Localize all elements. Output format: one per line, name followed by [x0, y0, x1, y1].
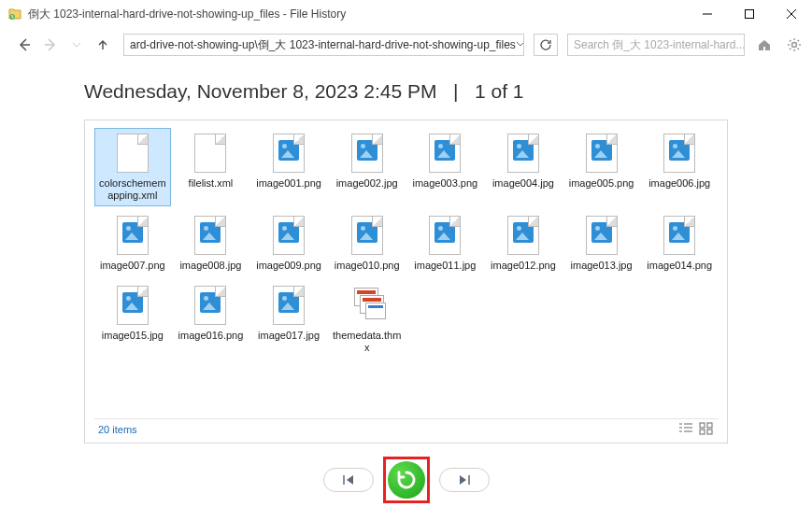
file-name: image003.png — [412, 177, 477, 190]
page-heading: Wednesday, November 8, 2023 2:45 PM | 1 … — [84, 80, 728, 103]
document-file-icon — [116, 133, 150, 174]
file-name: colorschememapping.xml — [97, 177, 168, 202]
status-footer: 20 items — [94, 418, 718, 439]
previous-version-button[interactable] — [323, 468, 374, 492]
next-version-button[interactable] — [439, 468, 490, 492]
file-name: image010.png — [335, 260, 400, 272]
refresh-button[interactable] — [534, 34, 558, 56]
maximize-button[interactable] — [728, 0, 770, 28]
restore-highlight — [383, 457, 430, 503]
file-item[interactable]: image005.png — [563, 128, 640, 206]
search-box[interactable]: Search 倒_大 1023-internal-hard... — [567, 34, 745, 56]
file-name: image016.png — [178, 330, 244, 342]
file-name: image014.png — [647, 260, 712, 272]
file-name: image004.jpg — [492, 177, 554, 190]
heading-separator: | — [453, 80, 458, 102]
image-file-icon — [350, 133, 384, 174]
file-name: image012.png — [491, 260, 556, 272]
image-file-icon — [272, 133, 306, 174]
file-item[interactable]: themedata.thmx — [329, 280, 406, 359]
file-item[interactable]: image015.jpg — [94, 280, 171, 359]
image-file-icon — [662, 133, 696, 174]
file-grid: colorschememapping.xmlfilelist.xmlimage0… — [94, 128, 718, 415]
image-file-icon — [193, 215, 227, 256]
file-name: image002.jpg — [336, 177, 398, 190]
svg-rect-16 — [700, 423, 705, 428]
file-name: image006.jpg — [648, 177, 710, 190]
restore-button[interactable] — [388, 461, 425, 499]
toolbar: ard-drive-not-showing-up\倒_大 1023-intern… — [0, 28, 812, 62]
file-item[interactable]: image001.png — [250, 128, 327, 206]
image-file-icon — [428, 215, 462, 256]
window-title: 倒大 1023-internal-hard-drive-not-showing-… — [28, 7, 686, 22]
image-file-icon — [585, 215, 619, 256]
file-item[interactable]: image008.jpg — [173, 210, 249, 276]
image-file-icon — [350, 215, 384, 256]
file-item[interactable]: image012.png — [485, 210, 562, 276]
forward-button[interactable] — [39, 34, 62, 56]
image-file-icon — [272, 215, 306, 256]
document-file-icon — [193, 133, 227, 174]
file-name: image017.jpg — [258, 330, 320, 342]
app-icon — [7, 7, 22, 21]
close-button[interactable] — [770, 0, 812, 28]
image-file-icon — [116, 285, 150, 326]
history-controls — [0, 453, 812, 507]
file-name: image005.png — [569, 177, 634, 190]
file-item[interactable]: image013.jpg — [563, 210, 640, 276]
file-name: image001.png — [256, 177, 321, 190]
file-item[interactable]: filelist.xml — [173, 128, 249, 206]
image-file-icon — [585, 133, 619, 174]
address-bar[interactable]: ard-drive-not-showing-up\倒_大 1023-intern… — [123, 34, 524, 56]
svg-rect-2 — [745, 10, 753, 19]
file-item[interactable]: image010.png — [329, 210, 406, 276]
file-item[interactable]: image011.jpg — [407, 210, 484, 276]
thumbnails-view-icon[interactable] — [699, 422, 714, 437]
heading-datetime: Wednesday, November 8, 2023 2:45 PM — [84, 80, 436, 102]
heading-position: 1 of 1 — [475, 80, 524, 102]
image-file-icon — [662, 215, 696, 256]
window-controls — [686, 0, 812, 28]
file-item[interactable]: image007.png — [94, 210, 171, 276]
back-button[interactable] — [13, 34, 36, 56]
svg-rect-19 — [707, 430, 712, 434]
file-name: image015.jpg — [102, 330, 164, 342]
address-text: ard-drive-not-showing-up\倒_大 1023-intern… — [130, 37, 516, 53]
home-icon[interactable] — [754, 35, 775, 55]
svg-rect-17 — [707, 423, 712, 428]
file-item[interactable]: image009.png — [250, 210, 327, 276]
recent-dropdown[interactable] — [65, 34, 88, 56]
details-view-icon[interactable] — [678, 422, 693, 437]
file-name: image013.jpg — [571, 260, 633, 272]
image-file-icon — [428, 133, 462, 174]
svg-point-9 — [792, 43, 797, 48]
file-item[interactable]: image014.png — [641, 210, 718, 276]
up-button[interactable] — [92, 34, 114, 56]
file-item[interactable]: image003.png — [407, 128, 484, 206]
file-name: image011.jpg — [414, 260, 476, 272]
file-item[interactable]: image016.png — [173, 280, 249, 359]
file-name: themedata.thmx — [332, 330, 403, 354]
minimize-button[interactable] — [686, 0, 728, 28]
titlebar: 倒大 1023-internal-hard-drive-not-showing-… — [0, 0, 812, 28]
file-name: image007.png — [100, 260, 165, 272]
address-dropdown-icon[interactable] — [516, 38, 524, 51]
file-item[interactable]: image017.jpg — [250, 280, 327, 359]
svg-rect-18 — [700, 430, 705, 434]
image-file-icon — [116, 215, 150, 256]
file-item[interactable]: image002.jpg — [329, 128, 406, 206]
file-item[interactable]: colorschememapping.xml — [94, 128, 171, 206]
file-name: image009.png — [256, 260, 321, 272]
gear-icon[interactable] — [784, 35, 805, 55]
image-file-icon — [506, 133, 540, 174]
view-switcher — [678, 422, 714, 437]
file-name: filelist.xml — [189, 177, 234, 190]
file-name: image008.jpg — [179, 260, 241, 272]
file-item[interactable]: image004.jpg — [485, 128, 562, 206]
image-file-icon — [193, 285, 227, 326]
file-item[interactable]: image006.jpg — [641, 128, 718, 206]
image-file-icon — [272, 285, 306, 326]
image-file-icon — [506, 215, 540, 256]
item-count: 20 items — [98, 424, 137, 435]
search-placeholder: Search 倒_大 1023-internal-hard... — [574, 37, 745, 53]
